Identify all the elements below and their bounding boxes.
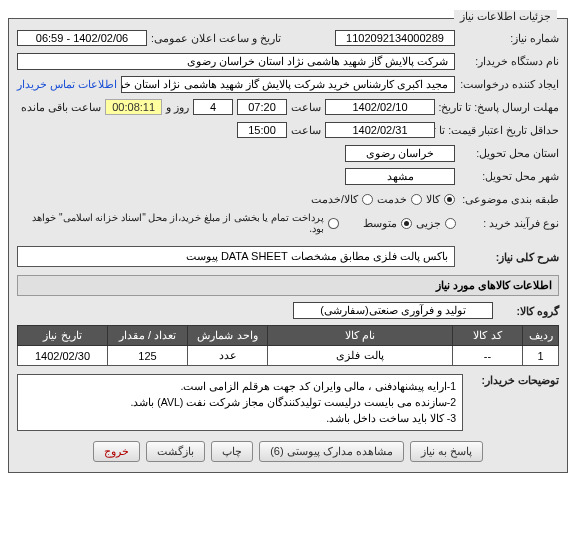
days-left: 4: [193, 99, 233, 115]
category-goods[interactable]: کالا: [426, 193, 455, 205]
exit-button[interactable]: خروج: [93, 441, 140, 462]
validity-label: حداقل تاریخ اعتبار قیمت: تا تاریخ:: [439, 124, 559, 136]
remaining-label: ساعت باقی مانده: [21, 101, 101, 113]
category-service[interactable]: خدمت: [377, 193, 422, 205]
validity-time: 15:00: [237, 122, 287, 138]
day-and-label: روز و: [166, 101, 189, 113]
deadline-date: 1402/02/10: [325, 99, 435, 115]
requester-label: ایجاد کننده درخواست:: [459, 78, 559, 90]
province-label: استان محل تحویل:: [459, 147, 559, 159]
city-label: شهر محل تحویل:: [459, 170, 559, 182]
ptype-medium[interactable]: متوسط: [363, 217, 412, 229]
pay-note: پرداخت تمام یا بخشی از مبلغ خرید،از محل …: [17, 212, 324, 234]
goods-group-value: تولید و فرآوری صنعتی(سفارشی): [293, 302, 493, 319]
validity-date: 1402/02/31: [325, 122, 435, 138]
back-button[interactable]: بازگشت: [146, 441, 205, 462]
reply-button[interactable]: پاسخ به نیاز: [410, 441, 483, 462]
city-value: مشهد: [345, 168, 455, 185]
ptype-minor[interactable]: جزیی: [416, 217, 456, 229]
announce-label: تاریخ و ساعت اعلان عمومی:: [151, 32, 281, 44]
deadline-time: 07:20: [237, 99, 287, 115]
pay-checkbox[interactable]: [328, 218, 339, 229]
th-code: کد کالا: [453, 326, 523, 346]
time-label-1: ساعت: [291, 101, 321, 113]
th-unit: واحد شمارش: [188, 326, 268, 346]
print-button[interactable]: چاپ: [211, 441, 253, 462]
countdown-timer: 00:08:11: [105, 99, 162, 115]
buyer-notes-label: توضیحات خریدار:: [469, 374, 559, 386]
category-label: طبقه بندی موضوعی:: [459, 193, 559, 205]
buyer-notes-text: 1-ارایه پیشنهادفنی ، مالی وایران کد جهت …: [17, 374, 463, 431]
attachments-button[interactable]: مشاهده مدارک پیوستی (6): [259, 441, 404, 462]
goods-group-label: گروه کالا:: [499, 305, 559, 317]
need-no-label: شماره نیاز:: [459, 32, 559, 44]
deadline-label: مهلت ارسال پاسخ: تا تاریخ:: [439, 101, 559, 113]
th-date: تاریخ نیاز: [18, 326, 108, 346]
items-table: ردیف کد کالا نام کالا واحد شمارش تعداد /…: [17, 325, 559, 366]
panel-title: جزئیات اطلاعات نیاز: [454, 10, 557, 23]
category-both[interactable]: کالا/خدمت: [311, 193, 373, 205]
need-no-value: 1102092134000289: [335, 30, 455, 46]
th-idx: ردیف: [523, 326, 559, 346]
time-label-2: ساعت: [291, 124, 321, 136]
need-details-panel: جزئیات اطلاعات نیاز شماره نیاز: 11020921…: [8, 18, 568, 473]
desc-title-label: شرح کلی نیاز:: [459, 251, 559, 263]
province-value: خراسان رضوی: [345, 145, 455, 162]
th-qty: تعداد / مقدار: [108, 326, 188, 346]
goods-section-header: اطلاعات کالاهای مورد نیاز: [17, 275, 559, 296]
purchase-type-label: نوع فرآیند خرید :: [460, 217, 559, 229]
buyer-contact-link[interactable]: اطلاعات تماس خریدار: [17, 78, 117, 90]
buyer-org-label: نام دستگاه خریدار:: [459, 55, 559, 67]
announce-value: 1402/02/06 - 06:59: [17, 30, 147, 46]
buyer-org-value: شرکت پالایش گاز شهید هاشمی نژاد استان خر…: [17, 53, 455, 70]
th-name: نام کالا: [268, 326, 453, 346]
requester-value: مجید اکبری کارشناس خرید شرکت پالایش گاز …: [121, 76, 455, 93]
desc-title-value: باکس پالت فلزی مطابق مشخصات DATA SHEET پ…: [17, 246, 455, 267]
table-row: 1 -- پالت فلزی عدد 125 1402/02/30: [18, 346, 559, 366]
